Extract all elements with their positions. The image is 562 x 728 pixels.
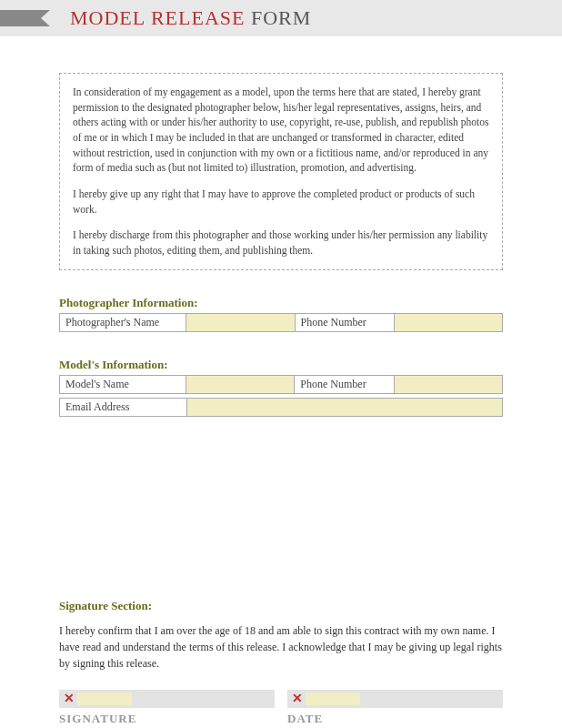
model-name-label: Model's Name	[60, 375, 186, 393]
signature-highlight	[77, 693, 132, 705]
photographer-table: Photographer's Name Phone Number	[59, 313, 503, 332]
model-email-field[interactable]	[187, 398, 503, 416]
legal-text-box: In consideration of my engagement as a m…	[59, 73, 503, 270]
date-label: DATE	[287, 712, 503, 726]
content-area: In consideration of my engagement as a m…	[0, 36, 562, 728]
legal-paragraph-2: I hereby give up any right that I may ha…	[73, 187, 489, 217]
photographer-phone-label: Phone Number	[295, 313, 394, 331]
photographer-name-label: Photographer's Name	[60, 313, 186, 331]
title-part-red: MODEL RELEASE	[70, 6, 245, 29]
photographer-heading: Photographer Information:	[59, 296, 503, 310]
photographer-phone-field[interactable]	[394, 313, 502, 331]
photographer-name-field[interactable]	[186, 313, 295, 331]
page-title: MODEL RELEASE FORM	[70, 6, 311, 30]
legal-paragraph-3: I hereby discharge from this photographe…	[73, 228, 489, 258]
x-mark-icon: ✕	[59, 690, 79, 708]
signature-heading: Signature Section:	[59, 599, 503, 613]
model-phone-field[interactable]	[394, 375, 502, 393]
title-part-rest: FORM	[245, 6, 311, 29]
signature-confirmation-text: I hereby confirm that I am over the age …	[59, 622, 503, 672]
spacer	[59, 417, 503, 599]
ribbon-decoration	[0, 10, 50, 26]
date-highlight	[306, 693, 360, 705]
model-name-field[interactable]	[186, 375, 295, 393]
model-email-label: Email Address	[60, 398, 187, 416]
date-field-block: ✕ DATE	[287, 690, 503, 726]
signature-row: ✕ SIGNATURE ✕ DATE	[59, 690, 503, 726]
signature-bar[interactable]: ✕	[59, 690, 275, 708]
table-row: Model's Name Phone Number	[60, 375, 503, 393]
table-row: Email Address	[60, 398, 503, 416]
model-phone-label: Phone Number	[295, 375, 395, 393]
signature-field-block: ✕ SIGNATURE	[59, 690, 275, 726]
legal-paragraph-1: In consideration of my engagement as a m…	[73, 85, 489, 176]
date-bar[interactable]: ✕	[287, 690, 503, 708]
model-email-table: Email Address	[59, 398, 503, 417]
signature-label: SIGNATURE	[59, 712, 275, 726]
header-bar: MODEL RELEASE FORM	[0, 0, 562, 36]
table-row: Photographer's Name Phone Number	[60, 313, 503, 331]
model-heading: Model's Information:	[59, 358, 503, 372]
model-table: Model's Name Phone Number	[59, 375, 503, 394]
x-mark-icon: ✕	[287, 690, 307, 708]
